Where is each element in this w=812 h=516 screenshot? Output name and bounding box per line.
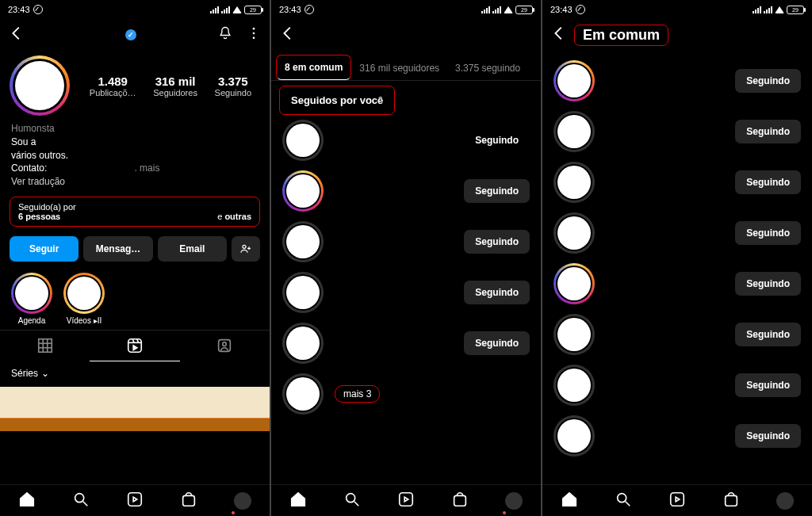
followed-by-box[interactable]: Seguido(a) por 6 pessoas e e outrasoutra… bbox=[10, 197, 260, 227]
follower-item[interactable]: Seguindo bbox=[542, 208, 812, 258]
svg-point-1 bbox=[253, 32, 255, 35]
battery-icon: 29 bbox=[515, 6, 533, 14]
highlight-agenda[interactable]: Agenda bbox=[11, 273, 52, 325]
tab-followers[interactable]: 316 mil seguidores bbox=[351, 56, 447, 80]
highlight-videos[interactable]: Vídeos ▸II bbox=[63, 273, 105, 325]
nav-profile[interactable] bbox=[776, 492, 794, 510]
following-button[interactable]: Seguindo bbox=[735, 424, 801, 448]
svg-rect-20 bbox=[400, 492, 413, 506]
following-button[interactable]: Seguindo bbox=[464, 281, 530, 304]
nav-shop[interactable] bbox=[722, 491, 740, 511]
svg-rect-3 bbox=[38, 339, 52, 353]
nav-home[interactable] bbox=[289, 491, 307, 511]
svg-rect-25 bbox=[726, 495, 737, 506]
signal-icon bbox=[753, 6, 761, 13]
chevron-down-icon: ⌄ bbox=[41, 368, 49, 379]
signal-icon-2 bbox=[764, 6, 772, 13]
nav-search[interactable] bbox=[343, 491, 361, 511]
back-button[interactable] bbox=[279, 25, 297, 45]
follower-item[interactable]: Seguindo bbox=[271, 166, 541, 216]
stat-following[interactable]: 3.375 Seguindo bbox=[215, 75, 252, 97]
follower-item[interactable]: Seguindo bbox=[542, 55, 812, 106]
back-button[interactable] bbox=[8, 25, 25, 45]
compass-icon bbox=[304, 5, 314, 14]
message-button[interactable]: Mensag… bbox=[83, 236, 152, 262]
nav-profile[interactable] bbox=[234, 492, 251, 510]
battery-icon: 29 bbox=[787, 6, 804, 14]
following-button[interactable]: Seguindo bbox=[735, 69, 801, 93]
tab-tagged[interactable] bbox=[180, 331, 270, 361]
reel-thumbnail[interactable] bbox=[0, 387, 270, 431]
back-button[interactable] bbox=[550, 25, 568, 45]
following-button[interactable]: Seguindo bbox=[735, 221, 801, 245]
series-dropdown[interactable]: Séries⌄ bbox=[0, 361, 270, 385]
follow-button[interactable]: Seguir bbox=[10, 236, 79, 262]
svg-line-19 bbox=[354, 501, 359, 506]
following-button[interactable]: Seguindo bbox=[735, 120, 801, 143]
following-button[interactable]: Seguindo bbox=[464, 128, 530, 152]
following-button[interactable]: Seguindo bbox=[464, 179, 530, 203]
bio-more-link[interactable]: . mais bbox=[134, 162, 159, 174]
compass-icon bbox=[33, 5, 43, 14]
svg-rect-24 bbox=[671, 492, 684, 506]
follower-item-more[interactable]: mais 3 bbox=[271, 369, 541, 419]
verified-badge-icon bbox=[125, 29, 136, 40]
nav-reels[interactable] bbox=[397, 491, 415, 511]
email-button[interactable]: Email bbox=[158, 236, 227, 262]
tab-mutual[interactable]: 8 em comum bbox=[276, 55, 351, 80]
follower-item[interactable]: Seguindo bbox=[271, 267, 541, 318]
follower-item[interactable]: Seguindo bbox=[542, 360, 812, 411]
profile-bio: Humonsta Sou a vários outros. Contato:. … bbox=[0, 120, 270, 190]
svg-rect-16 bbox=[128, 492, 142, 506]
follower-item[interactable]: Seguindo bbox=[542, 309, 812, 360]
notification-dot-icon bbox=[503, 511, 506, 514]
nav-home[interactable] bbox=[561, 491, 578, 511]
follower-item[interactable]: Seguindo bbox=[271, 318, 541, 369]
svg-point-14 bbox=[75, 493, 84, 502]
follower-item[interactable]: Seguindo bbox=[542, 106, 812, 157]
svg-point-22 bbox=[618, 493, 626, 502]
signal-icon bbox=[210, 6, 219, 13]
svg-point-0 bbox=[253, 28, 255, 30]
bottom-nav bbox=[271, 484, 541, 516]
top-nav bbox=[0, 19, 270, 51]
page-title: Em comum bbox=[574, 25, 668, 46]
follower-item[interactable]: Seguindo bbox=[542, 411, 812, 461]
notification-dot-icon bbox=[232, 511, 235, 514]
bottom-nav bbox=[0, 484, 270, 516]
follower-item[interactable]: Seguindo bbox=[542, 258, 812, 309]
nav-reels[interactable] bbox=[668, 491, 686, 511]
translate-link[interactable]: Ver tradução bbox=[11, 175, 259, 189]
nav-shop[interactable] bbox=[451, 491, 469, 511]
section-followed-by-you: Seguidos por você bbox=[279, 86, 395, 115]
battery-icon: 29 bbox=[244, 6, 262, 14]
nav-reels[interactable] bbox=[126, 491, 144, 511]
following-button[interactable]: Seguindo bbox=[464, 230, 530, 254]
nav-home[interactable] bbox=[18, 491, 36, 511]
follower-item[interactable]: Seguindo bbox=[542, 157, 812, 208]
nav-profile[interactable] bbox=[505, 492, 523, 510]
svg-rect-17 bbox=[183, 495, 195, 506]
more-options-button[interactable] bbox=[246, 25, 262, 44]
tab-following[interactable]: 3.375 seguindo bbox=[447, 56, 528, 80]
stat-posts[interactable]: 1.489 Publicaçõ… bbox=[90, 75, 136, 97]
tab-reels[interactable] bbox=[90, 331, 179, 361]
following-button[interactable]: Seguindo bbox=[735, 272, 801, 296]
tab-grid[interactable] bbox=[0, 331, 90, 361]
following-button[interactable]: Seguindo bbox=[735, 170, 801, 194]
phone-screen-profile: 23:43 29 1.489 Publicaçõ… bbox=[0, 0, 270, 516]
following-button[interactable]: Seguindo bbox=[735, 373, 801, 397]
stat-followers[interactable]: 316 mil Seguidores bbox=[153, 75, 197, 97]
profile-avatar[interactable] bbox=[10, 55, 70, 116]
following-button[interactable]: Seguindo bbox=[735, 323, 801, 346]
follower-item[interactable]: Seguindo bbox=[271, 216, 541, 267]
suggest-users-button[interactable] bbox=[232, 236, 260, 262]
status-bar: 23:43 29 bbox=[0, 0, 270, 19]
nav-search[interactable] bbox=[72, 491, 90, 511]
follower-item[interactable]: Seguindo bbox=[271, 115, 541, 166]
nav-shop[interactable] bbox=[180, 491, 197, 511]
following-button[interactable]: Seguindo bbox=[464, 331, 530, 355]
nav-search[interactable] bbox=[615, 491, 632, 511]
notifications-button[interactable] bbox=[217, 25, 233, 44]
more-count[interactable]: mais 3 bbox=[335, 385, 380, 403]
